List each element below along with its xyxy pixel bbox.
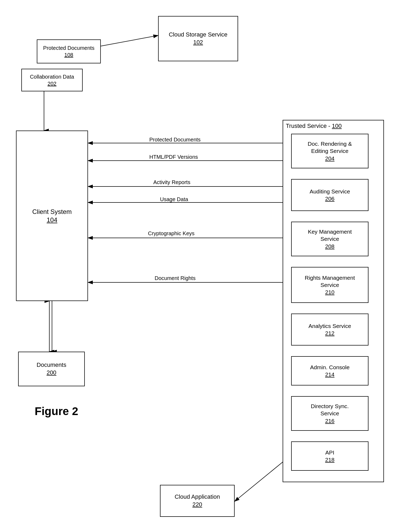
key-management-label: Key ManagementService [308, 228, 352, 243]
collaboration-data-num: 202 [47, 80, 56, 87]
svg-line-7 [101, 35, 158, 46]
protected-docs-label: Protected Documents [43, 44, 94, 51]
api-label: API [325, 449, 334, 456]
auditing-service-label: Auditing Service [310, 188, 350, 195]
document-rights-arrow-label: Document Rights [155, 275, 195, 281]
html-pdf-arrow-label: HTML/PDF Versions [149, 154, 198, 160]
svg-line-18 [235, 456, 291, 501]
admin-console-box: Admin. Console 214 [291, 356, 368, 385]
diagram: Cloud Storage Service 102 Protected Docu… [0, 0, 405, 532]
trusted-service-container: Trusted Service - 100 Doc. Rendering &Ed… [283, 120, 384, 482]
protected-docs-arrow-label: Protected Documents [149, 137, 201, 143]
key-management-box: Key ManagementService 208 [291, 222, 368, 256]
documents-box: Documents 200 [18, 352, 85, 386]
documents-num: 200 [47, 369, 57, 377]
directory-sync-label: Directory Sync.Service [311, 403, 349, 417]
documents-label: Documents [37, 361, 66, 369]
trusted-service-label: Trusted Service - 100 [286, 123, 342, 129]
analytics-service-label: Analytics Service [308, 322, 351, 330]
cloud-application-box: Cloud Application 220 [160, 485, 235, 517]
cloud-storage-num: 102 [193, 39, 203, 46]
rights-management-num: 210 [325, 289, 334, 296]
cloud-application-num: 220 [193, 501, 202, 509]
analytics-service-num: 212 [325, 330, 334, 337]
activity-reports-arrow-label: Activity Reports [153, 179, 190, 185]
api-num: 218 [325, 456, 334, 463]
figure-label: Figure 2 [35, 405, 78, 418]
rights-management-label: Rights ManagementService [305, 274, 355, 289]
collaboration-data-label: Collaboration Data [30, 73, 74, 80]
auditing-service-num: 206 [325, 195, 334, 202]
doc-rendering-label: Doc. Rendering &Editing Service [308, 140, 352, 155]
cryptographic-keys-arrow-label: Cryptographic Keys [148, 230, 195, 237]
auditing-service-box: Auditing Service 206 [291, 179, 368, 211]
protected-docs-num: 108 [64, 51, 73, 58]
rights-management-box: Rights ManagementService 210 [291, 267, 368, 303]
doc-rendering-num: 204 [325, 155, 334, 162]
client-system-box: Client System 104 [16, 131, 88, 301]
cloud-storage-box: Cloud Storage Service 102 [158, 16, 238, 61]
directory-sync-box: Directory Sync.Service 216 [291, 396, 368, 431]
usage-data-arrow-label: Usage Data [160, 196, 188, 202]
analytics-service-box: Analytics Service 212 [291, 314, 368, 346]
client-system-num: 104 [47, 216, 57, 224]
collaboration-data-box: Collaboration Data 202 [21, 69, 83, 91]
directory-sync-num: 216 [325, 417, 334, 424]
admin-console-num: 214 [325, 371, 334, 378]
key-management-num: 208 [325, 243, 334, 250]
cloud-storage-label: Cloud Storage Service [169, 31, 227, 39]
protected-docs-box: Protected Documents 108 [37, 39, 101, 63]
client-system-label: Client System [32, 208, 72, 216]
admin-console-label: Admin. Console [310, 364, 350, 371]
trusted-service-num: 100 [332, 123, 342, 129]
doc-rendering-box: Doc. Rendering &Editing Service 204 [291, 134, 368, 168]
cloud-application-label: Cloud Application [175, 493, 220, 501]
api-box: API 218 [291, 441, 368, 471]
